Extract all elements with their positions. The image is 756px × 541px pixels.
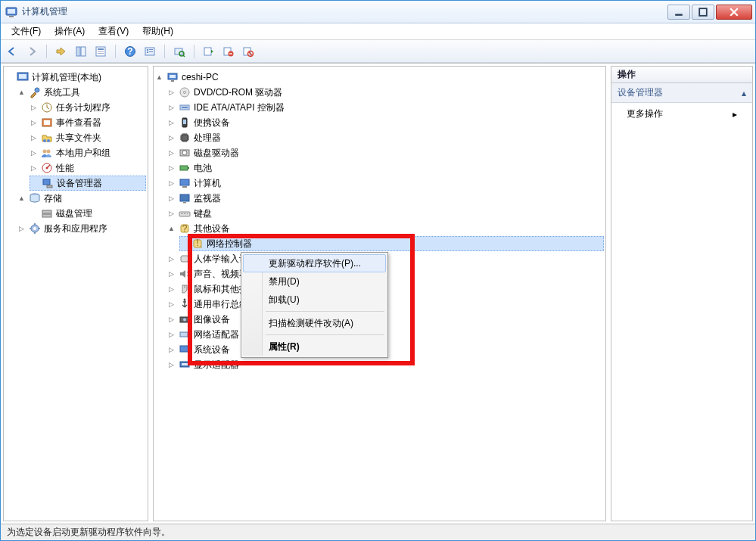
view-button[interactable] bbox=[142, 43, 158, 60]
collapse-icon[interactable]: ▲ bbox=[167, 225, 176, 233]
actions-section-device-manager[interactable]: 设备管理器 ▴ bbox=[611, 83, 752, 103]
device-display[interactable]: ▷显示适配器 bbox=[167, 357, 604, 372]
svg-rect-65 bbox=[182, 213, 183, 214]
expand-icon[interactable]: ▷ bbox=[167, 89, 176, 97]
close-button[interactable] bbox=[716, 5, 752, 20]
tree-services-apps[interactable]: ▷ 服务和应用程序 bbox=[17, 221, 146, 236]
tree-label: DVD/CD-ROM 驱动器 bbox=[194, 86, 282, 99]
forward-button[interactable] bbox=[23, 43, 40, 60]
expand-icon[interactable]: ▷ bbox=[167, 149, 176, 157]
expand-icon[interactable]: ▷ bbox=[167, 164, 176, 173]
expand-icon[interactable]: ▷ bbox=[30, 164, 38, 173]
device-dvd[interactable]: ▷DVD/CD-ROM 驱动器 bbox=[167, 85, 604, 100]
svg-point-76 bbox=[183, 319, 186, 322]
tree-label: 事件查看器 bbox=[56, 117, 101, 129]
device-computer[interactable]: ▷计算机 bbox=[167, 176, 604, 191]
expand-icon[interactable]: ▷ bbox=[167, 361, 176, 369]
tree-task-scheduler[interactable]: ▷任务计划程序 bbox=[30, 100, 146, 115]
expand-icon[interactable]: ▷ bbox=[167, 255, 176, 263]
clock-icon bbox=[41, 101, 53, 113]
device-other-devices[interactable]: ▲?其他设备 bbox=[167, 221, 604, 236]
device-root[interactable]: ▲ ceshi-PC bbox=[155, 70, 604, 85]
minimize-button[interactable] bbox=[667, 5, 690, 20]
context-menu-separator bbox=[266, 311, 384, 312]
tree-label: 存储 bbox=[44, 192, 62, 205]
menu-action[interactable]: 操作(A) bbox=[48, 23, 91, 39]
expand-icon[interactable]: ▷ bbox=[167, 346, 176, 354]
up-button[interactable] bbox=[53, 43, 70, 60]
tree-device-manager[interactable]: ▷设备管理器 bbox=[30, 176, 146, 191]
expand-icon[interactable]: ▷ bbox=[30, 134, 38, 142]
device-portable[interactable]: ▷便携设备 bbox=[167, 115, 604, 130]
maximize-button[interactable] bbox=[692, 5, 714, 20]
device-network-controller[interactable]: ▷!网络控制器 bbox=[179, 236, 604, 251]
device-monitor[interactable]: ▷监视器 bbox=[167, 191, 604, 206]
collapse-icon[interactable]: ▲ bbox=[155, 73, 163, 82]
ctx-scan-hardware[interactable]: 扫描检测硬件改动(A) bbox=[243, 314, 386, 332]
show-hide-tree-button[interactable] bbox=[73, 43, 89, 60]
expand-icon[interactable]: ▷ bbox=[30, 104, 38, 112]
expand-icon[interactable]: ▷ bbox=[167, 179, 176, 188]
tree-root[interactable]: ▶ 计算机管理(本地) bbox=[5, 70, 146, 85]
disable-button[interactable] bbox=[240, 43, 257, 60]
tree-local-users[interactable]: ▷本地用户和组 bbox=[30, 145, 146, 160]
expand-icon[interactable]: ▷ bbox=[167, 119, 176, 127]
expand-icon[interactable]: ▷ bbox=[167, 194, 176, 203]
expand-icon[interactable]: ▷ bbox=[167, 134, 176, 142]
expand-icon[interactable]: ▷ bbox=[167, 331, 176, 339]
expand-icon[interactable]: ▷ bbox=[167, 316, 176, 324]
device-disk-drives[interactable]: ▷磁盘驱动器 bbox=[167, 145, 604, 160]
svg-rect-61 bbox=[180, 194, 189, 201]
update-driver-button[interactable] bbox=[201, 43, 217, 60]
svg-point-28 bbox=[35, 88, 39, 92]
ctx-uninstall[interactable]: 卸载(U) bbox=[243, 291, 386, 309]
device-ide[interactable]: ▷IDE ATA/ATAPI 控制器 bbox=[167, 100, 604, 115]
scan-hardware-button[interactable] bbox=[171, 43, 188, 60]
toolbar-separator bbox=[164, 45, 165, 58]
tree-event-viewer[interactable]: ▷事件查看器 bbox=[30, 115, 146, 130]
console-tree[interactable]: ▶ 计算机管理(本地) ▲ 系统工具 ▷任务计划程序 ▷事件查看器 bbox=[3, 66, 148, 521]
properties-button[interactable] bbox=[92, 43, 109, 60]
menu-file[interactable]: 文件(F) bbox=[5, 23, 47, 39]
collapse-icon[interactable]: ▲ bbox=[17, 89, 26, 97]
device-keyboard[interactable]: ▷键盘 bbox=[167, 206, 604, 221]
ctx-properties[interactable]: 属性(R) bbox=[243, 337, 386, 356]
tree-label: 共享文件夹 bbox=[56, 132, 101, 145]
svg-rect-78 bbox=[180, 346, 189, 352]
svg-rect-39 bbox=[47, 185, 52, 188]
ctx-update-driver[interactable]: 更新驱动程序软件(P)... bbox=[243, 254, 386, 272]
svg-rect-38 bbox=[43, 179, 50, 185]
ctx-disable[interactable]: 禁用(D) bbox=[243, 272, 386, 291]
expand-icon[interactable]: ▷ bbox=[167, 104, 176, 112]
shared-folder-icon bbox=[41, 132, 53, 144]
expand-icon[interactable]: ▷ bbox=[167, 300, 176, 309]
svg-rect-51 bbox=[182, 107, 188, 108]
svg-rect-20 bbox=[204, 48, 211, 55]
tree-storage[interactable]: ▲ 存储 bbox=[17, 191, 146, 206]
uninstall-button[interactable] bbox=[220, 43, 237, 60]
window-controls bbox=[667, 5, 752, 20]
back-button[interactable] bbox=[4, 43, 20, 60]
device-battery[interactable]: ▷电池 bbox=[167, 160, 604, 176]
expand-icon[interactable]: ▷ bbox=[30, 149, 38, 157]
svg-text:!: ! bbox=[196, 238, 198, 248]
svg-rect-1 bbox=[8, 9, 15, 14]
actions-more[interactable]: 更多操作 ▸ bbox=[611, 103, 752, 125]
tree-disk-management[interactable]: ▷磁盘管理 bbox=[30, 206, 146, 221]
expand-icon[interactable]: ▷ bbox=[167, 210, 176, 218]
tree-system-tools[interactable]: ▲ 系统工具 bbox=[17, 85, 146, 100]
menu-view[interactable]: 查看(V) bbox=[92, 23, 135, 39]
svg-point-33 bbox=[47, 139, 50, 142]
help-button[interactable]: ? bbox=[122, 43, 138, 60]
tree-performance[interactable]: ▷性能 bbox=[30, 160, 146, 176]
tree-shared-folders[interactable]: ▷共享文件夹 bbox=[30, 130, 146, 145]
device-processor[interactable]: ▷处理器 bbox=[167, 130, 604, 145]
expand-icon[interactable]: ▷ bbox=[167, 270, 176, 278]
expand-icon[interactable]: ▷ bbox=[167, 285, 176, 294]
collapse-icon[interactable]: ▲ bbox=[17, 194, 26, 203]
expand-icon[interactable]: ▷ bbox=[17, 225, 26, 233]
svg-rect-68 bbox=[187, 213, 188, 214]
toolbar-separator bbox=[194, 45, 194, 58]
expand-icon[interactable]: ▷ bbox=[30, 119, 38, 127]
menu-help[interactable]: 帮助(H) bbox=[136, 23, 179, 39]
